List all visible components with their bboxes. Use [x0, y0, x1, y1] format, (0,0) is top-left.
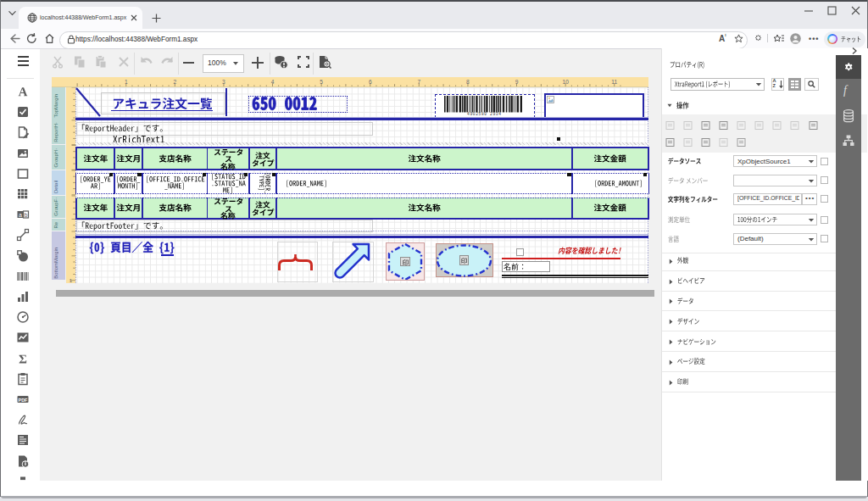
svg-text:6: 6 [369, 78, 372, 84]
svg-text:a: a [19, 212, 22, 218]
svg-text:11: 11 [611, 78, 617, 84]
svg-text:4: 4 [271, 78, 275, 84]
svg-text:b: b [25, 212, 28, 218]
svg-text:5: 5 [320, 78, 323, 84]
svg-text:2: 2 [173, 78, 176, 84]
svg-text:3: 3 [222, 78, 225, 84]
svg-text:PDF: PDF [19, 398, 28, 403]
svg-text:4902580 2934: 4902580 2934 [467, 111, 501, 114]
svg-text:10: 10 [562, 78, 569, 84]
svg-text:7: 7 [417, 78, 420, 84]
svg-text:8: 8 [466, 78, 470, 84]
svg-text:9: 9 [515, 78, 519, 84]
svg-text:1: 1 [125, 78, 128, 84]
